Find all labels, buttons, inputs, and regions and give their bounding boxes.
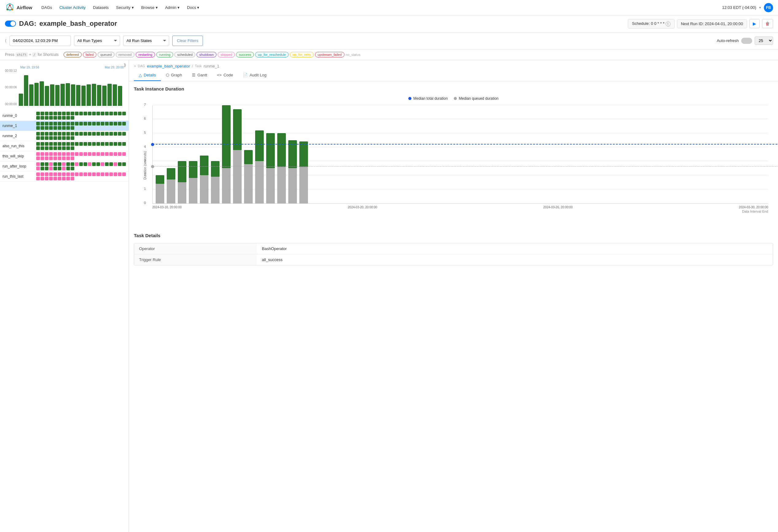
bar-green[interactable] [189,161,198,178]
task-cell[interactable] [36,172,40,176]
task-cell[interactable] [49,142,53,146]
badge-upstream-failed[interactable]: upstream_failed [315,52,344,57]
nav-security[interactable]: Security ▾ [113,3,137,12]
tab-audit-log[interactable]: 📄 Audit Log [238,70,271,81]
task-cell[interactable] [79,132,83,136]
run-type-select[interactable]: All Run Types [74,35,120,46]
task-cell[interactable] [66,126,70,130]
task-cell[interactable] [79,172,83,176]
task-cell[interactable] [58,136,61,140]
task-cell[interactable] [36,112,40,115]
task-cell[interactable] [41,157,44,160]
task-cell[interactable] [66,136,70,140]
task-cell[interactable] [71,146,74,150]
nav-admin[interactable]: Admin ▾ [162,3,183,12]
task-cell[interactable] [96,162,100,166]
task-cell[interactable] [71,132,74,136]
task-cell[interactable] [66,172,70,176]
task-row-run-after-loop[interactable]: run_after_loop [0,161,129,172]
task-cell[interactable] [45,146,49,150]
collapse-left-panel-button[interactable]: ⟫ [124,63,126,68]
bar-green[interactable] [200,156,209,175]
task-cell[interactable] [96,152,100,156]
trigger-dag-button[interactable]: ▶ [750,19,760,28]
bar-gray[interactable] [178,182,186,203]
task-cell[interactable] [62,116,66,120]
task-cell[interactable] [71,162,74,166]
task-cell[interactable] [88,172,91,176]
task-cell[interactable] [58,167,61,170]
task-cell[interactable] [96,172,100,176]
task-cell[interactable] [41,152,44,156]
tab-gantt[interactable]: ☰ Gantt [187,70,212,81]
task-cell[interactable] [49,157,53,160]
task-cell[interactable] [58,177,61,180]
task-cell[interactable] [62,172,66,176]
task-cell[interactable] [122,152,126,156]
task-row-runme0[interactable]: runme_0 [0,111,129,121]
task-cell[interactable] [41,146,44,150]
task-cell[interactable] [49,177,53,180]
task-cell[interactable] [54,167,57,170]
task-cell[interactable] [101,152,104,156]
task-cell[interactable] [54,136,57,140]
task-cell[interactable] [62,177,66,180]
task-cell[interactable] [109,132,113,136]
task-cell[interactable] [36,126,40,130]
task-cell[interactable] [58,112,61,115]
task-cell[interactable] [45,126,49,130]
task-cell[interactable] [92,152,96,156]
task-cell[interactable] [83,162,87,166]
bar-gray[interactable] [299,167,308,203]
task-cell[interactable] [45,132,49,136]
bar-green[interactable] [266,133,275,168]
task-cell[interactable] [75,132,79,136]
task-cell[interactable] [41,177,44,180]
clear-filters-button[interactable]: Clear Filters [172,35,203,46]
bar-green[interactable] [255,130,264,161]
task-cell[interactable] [49,162,53,166]
task-cell[interactable] [41,136,44,140]
task-cell[interactable] [122,172,126,176]
task-cell[interactable] [45,136,49,140]
task-cell[interactable] [105,152,109,156]
page-size-select[interactable]: 25 50 100 [755,36,773,45]
task-cell[interactable] [66,162,70,166]
date-filter-input[interactable] [9,35,71,46]
task-cell[interactable] [45,167,49,170]
task-cell[interactable] [122,162,126,166]
task-cell[interactable] [75,172,79,176]
task-cell[interactable] [58,122,61,125]
task-cell[interactable] [88,122,91,125]
task-cell[interactable] [83,142,87,146]
task-cell[interactable] [118,132,122,136]
task-cell[interactable] [75,152,79,156]
task-cell[interactable] [96,142,100,146]
task-cell[interactable] [54,157,57,160]
task-cell[interactable] [113,162,117,166]
task-cell[interactable] [71,136,74,140]
task-cell[interactable] [66,142,70,146]
badge-up-for-reschedule[interactable]: up_for_reschedule [255,52,289,57]
task-cell[interactable] [113,172,117,176]
bar-green[interactable] [277,133,286,167]
task-cell[interactable] [105,162,109,166]
task-cell[interactable] [36,146,40,150]
task-cell[interactable] [88,132,91,136]
task-cell[interactable] [71,157,74,160]
task-cell[interactable] [113,152,117,156]
task-cell[interactable] [58,162,61,166]
task-cell[interactable] [101,112,104,115]
task-row-runme1[interactable]: runme_1 [0,121,129,131]
nav-datasets[interactable]: Datasets [90,3,112,12]
task-cell[interactable] [54,122,57,125]
task-cell[interactable] [58,116,61,120]
task-cell[interactable] [66,167,70,170]
task-cell[interactable] [88,152,91,156]
task-cell[interactable] [118,112,122,115]
task-cell[interactable] [62,146,66,150]
task-cell[interactable] [54,142,57,146]
badge-restarting[interactable]: restarting [136,52,155,57]
bar-green[interactable] [288,140,297,168]
task-cell[interactable] [75,142,79,146]
